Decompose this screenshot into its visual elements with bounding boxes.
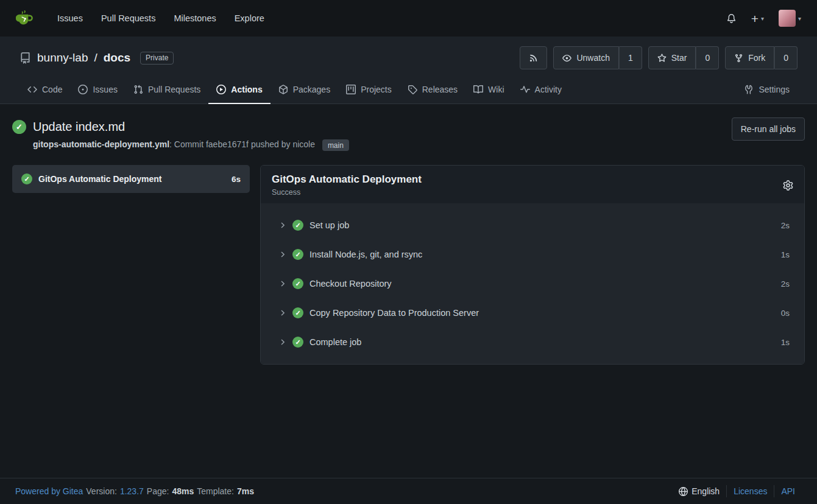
job-card-title: GitOps Automatic Deployment xyxy=(272,173,422,186)
step-duration: 0s xyxy=(781,309,790,318)
tab-label: Settings xyxy=(759,85,790,94)
run-header: ✓ Update index.md gitops-automatic-deplo… xyxy=(12,120,805,149)
tab-packages[interactable]: Packages xyxy=(271,77,338,104)
page-time: 48ms xyxy=(172,486,194,496)
chevron-right-icon xyxy=(279,222,286,229)
page-label: Page: xyxy=(147,486,169,496)
step-row[interactable]: ✓ Install Node.js, git, and rsync 1s xyxy=(261,240,804,269)
step-row[interactable]: ✓ Complete job 1s xyxy=(261,327,804,357)
step-duration: 2s xyxy=(781,221,790,230)
rerun-all-jobs-button[interactable]: Re-run all jobs xyxy=(732,117,805,141)
repo-tabs: Code Issues Pull Requests Actions xyxy=(19,77,798,103)
branch-badge[interactable]: main xyxy=(322,139,349,151)
job-detail-card: GitOps Automatic Deployment Success ✓ Se… xyxy=(260,165,805,365)
run-success-check-icon: ✓ xyxy=(12,120,26,134)
tab-releases[interactable]: Releases xyxy=(400,77,465,104)
globe-icon xyxy=(679,487,688,496)
repo-separator: / xyxy=(94,51,97,65)
job-options-button[interactable] xyxy=(783,180,793,191)
navbar-right: + ▾ ▾ xyxy=(726,10,801,27)
unwatch-button[interactable]: Unwatch xyxy=(553,46,618,69)
repo-action-buttons: Unwatch 1 Star 0 xyxy=(520,46,798,69)
chevron-right-icon xyxy=(279,338,286,346)
git-pull-request-icon xyxy=(133,85,143,94)
step-row[interactable]: ✓ Set up job 2s xyxy=(261,211,804,240)
repo-title-row: bunny-lab / docs Private xyxy=(19,46,798,69)
tab-projects[interactable]: Projects xyxy=(338,77,400,104)
step-list: ✓ Set up job 2s ✓ Install Node.js, git, … xyxy=(261,203,804,364)
chevron-right-icon xyxy=(279,280,286,287)
fork-label: Fork xyxy=(748,53,765,63)
footer: Powered by Gitea Version: 1.23.7 Page: 4… xyxy=(0,478,817,504)
star-button[interactable]: Star xyxy=(648,46,696,69)
fork-button[interactable]: Fork xyxy=(725,46,774,69)
step-row[interactable]: ✓ Checkout Repository 2s xyxy=(261,269,804,298)
fork-group: Fork 0 xyxy=(725,46,798,69)
tab-issues[interactable]: Issues xyxy=(70,77,125,104)
nav-milestones[interactable]: Milestones xyxy=(164,9,225,28)
tabs-spacer xyxy=(570,77,737,103)
actions-run-view: ✓ Update index.md gitops-automatic-deplo… xyxy=(0,104,817,478)
footer-left: Powered by Gitea Version: 1.23.7 Page: 4… xyxy=(15,486,254,496)
chevron-right-icon xyxy=(279,251,286,258)
language-selector[interactable]: English xyxy=(672,485,726,497)
step-name: Copy Repository Data to Production Serve… xyxy=(309,308,775,318)
book-icon xyxy=(473,85,483,94)
step-row[interactable]: ✓ Copy Repository Data to Production Ser… xyxy=(261,298,804,327)
nav-pull-requests[interactable]: Pull Requests xyxy=(92,9,164,28)
tab-pull-requests[interactable]: Pull Requests xyxy=(126,77,208,104)
version-link[interactable]: 1.23.7 xyxy=(120,486,144,496)
run-subtitle: gitops-automatic-deployment.yml: Commit … xyxy=(33,139,805,149)
repo-header: bunny-lab / docs Private xyxy=(0,37,817,104)
step-success-check-icon: ✓ xyxy=(292,307,303,318)
job-card-header: GitOps Automatic Deployment Success xyxy=(261,166,804,203)
tab-label: Issues xyxy=(93,85,117,94)
repo-name-link[interactable]: docs xyxy=(104,51,130,65)
api-link[interactable]: API xyxy=(774,485,802,497)
notifications-button[interactable] xyxy=(726,13,737,24)
forks-count[interactable]: 0 xyxy=(774,46,798,69)
issue-opened-icon xyxy=(78,85,88,94)
step-name: Complete job xyxy=(309,337,775,347)
licenses-link[interactable]: Licenses xyxy=(726,485,774,497)
code-icon xyxy=(27,85,37,94)
visibility-badge: Private xyxy=(140,52,174,65)
step-success-check-icon: ✓ xyxy=(292,278,303,289)
job-name: GitOps Automatic Deployment xyxy=(38,174,225,184)
commit-sha-link[interactable]: faebe1671f xyxy=(206,139,249,149)
stars-count[interactable]: 0 xyxy=(696,46,719,69)
pushed-by-text: pushed by xyxy=(249,139,292,149)
step-success-check-icon: ✓ xyxy=(292,220,303,231)
author-link[interactable]: nicole xyxy=(292,139,315,149)
user-menu[interactable]: ▾ xyxy=(779,10,801,27)
tab-label: Packages xyxy=(293,85,330,94)
tab-label: Pull Requests xyxy=(148,85,200,94)
powered-by-link[interactable]: Powered by Gitea xyxy=(15,486,83,496)
commit-prefix: : Commit xyxy=(169,139,206,149)
tab-code[interactable]: Code xyxy=(19,77,70,104)
job-list-item[interactable]: ✓ GitOps Automatic Deployment 6s xyxy=(12,165,250,193)
eye-icon xyxy=(562,54,571,63)
create-new-dropdown[interactable]: + ▾ xyxy=(751,12,764,25)
workflow-file-link[interactable]: gitops-automatic-deployment.yml xyxy=(33,139,169,149)
step-success-check-icon: ✓ xyxy=(292,337,303,348)
tab-wiki[interactable]: Wiki xyxy=(465,77,512,104)
job-success-check-icon: ✓ xyxy=(21,173,32,184)
gitea-logo[interactable] xyxy=(16,9,35,28)
bell-icon xyxy=(726,13,737,24)
nav-explore[interactable]: Explore xyxy=(225,9,274,28)
tab-activity[interactable]: Activity xyxy=(512,77,570,104)
tab-label: Actions xyxy=(231,85,262,94)
step-success-check-icon: ✓ xyxy=(292,249,303,260)
tab-settings[interactable]: Settings xyxy=(736,77,798,104)
settings-tools-icon xyxy=(744,85,754,94)
nav-issues[interactable]: Issues xyxy=(48,9,92,28)
version-label: Version: xyxy=(86,486,117,496)
chevron-down-icon: ▾ xyxy=(761,15,764,22)
language-label: English xyxy=(691,486,720,496)
tag-icon xyxy=(408,85,417,94)
rss-button[interactable] xyxy=(520,46,547,69)
repo-owner-link[interactable]: bunny-lab xyxy=(37,51,88,65)
watchers-count[interactable]: 1 xyxy=(619,46,642,69)
tab-actions[interactable]: Actions xyxy=(208,77,270,104)
